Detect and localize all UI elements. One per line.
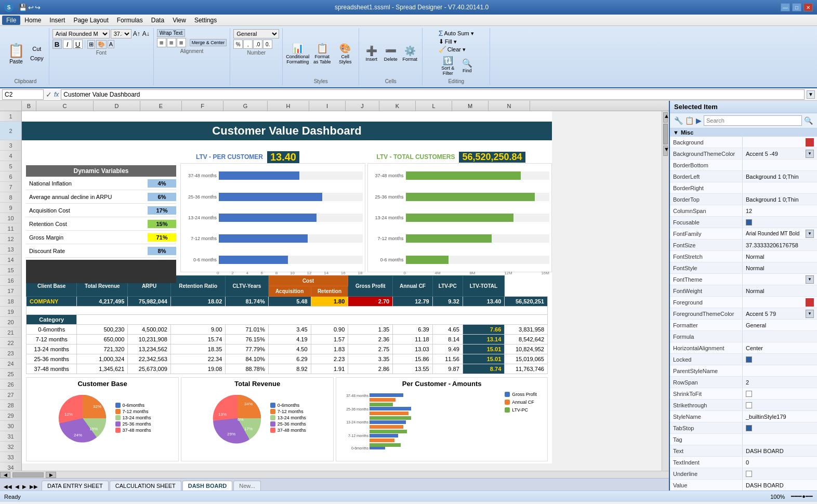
menu-page-layout[interactable]: Page Layout	[69, 16, 112, 25]
border-btn[interactable]: ⊞	[87, 40, 95, 49]
prop-icon-3[interactable]: ▶	[696, 116, 702, 125]
fill-label[interactable]: Fill ▾	[445, 38, 457, 45]
bold-btn[interactable]: B	[52, 39, 62, 49]
select-all-btn[interactable]	[0, 101, 22, 111]
menu-settings[interactable]: Settings	[190, 16, 221, 25]
row-27[interactable]: 27	[0, 390, 21, 400]
row-34[interactable]: 34	[0, 462, 21, 471]
wrap-text-btn[interactable]: Wrap Text	[157, 29, 186, 37]
tab-nav-prev[interactable]: ◀	[14, 483, 21, 490]
prop-column-span[interactable]: ColumnSpan 12	[670, 205, 817, 217]
prop-h-align[interactable]: HorizontalAlignment Center	[670, 342, 817, 354]
col-c[interactable]: C	[36, 101, 94, 111]
shrink-checkbox[interactable]	[746, 391, 752, 397]
focusable-checkbox[interactable]	[746, 219, 752, 226]
prop-border-top[interactable]: BorderTop Background 1 0;Thin	[670, 194, 817, 205]
row-15[interactable]: 15	[0, 265, 21, 275]
search-icon[interactable]: 🔍	[804, 116, 813, 125]
row-5[interactable]: 5	[0, 161, 21, 171]
align-left-btn[interactable]: ≡	[157, 38, 166, 47]
row-14[interactable]: 14	[0, 255, 21, 265]
comma-btn[interactable]: ,	[243, 39, 253, 49]
delete-btn[interactable]: ➖ Delete	[381, 44, 400, 63]
insert-btn[interactable]: ➕ Insert	[362, 44, 380, 63]
formula-expand-btn[interactable]: ✓	[46, 90, 52, 99]
menu-formulas[interactable]: Formulas	[113, 16, 147, 25]
horizontal-scrollbar[interactable]: ◀ ▶	[0, 471, 669, 478]
cell-reference-box[interactable]	[2, 89, 44, 100]
menu-home[interactable]: Home	[20, 16, 45, 25]
col-f[interactable]: F	[182, 101, 223, 111]
prop-border-right[interactable]: BorderRight	[670, 182, 817, 194]
table-row-37-48[interactable]: 37-48 months 1,345,621 25,673,009 19.08 …	[27, 364, 548, 374]
prop-icon-2[interactable]: 📋	[685, 116, 694, 125]
col-l[interactable]: L	[416, 101, 452, 111]
font-name-select[interactable]: Arial Rounded M	[52, 29, 110, 38]
col-m[interactable]: M	[452, 101, 489, 111]
prop-row-span[interactable]: RowSpan 2	[670, 377, 817, 388]
section-collapse-icon[interactable]: ▼	[673, 129, 679, 136]
align-right-btn[interactable]: ≡	[177, 38, 186, 47]
menu-insert[interactable]: Insert	[45, 16, 69, 25]
row-10[interactable]: 10	[0, 213, 21, 223]
strikethrough-checkbox[interactable]	[746, 402, 752, 408]
italic-btn[interactable]: I	[63, 39, 72, 49]
table-row-0-6[interactable]: 0-6months 500,230 4,500,002 9.00 71.01% …	[27, 325, 548, 335]
menu-file[interactable]: File	[2, 16, 20, 25]
prop-parent-style[interactable]: ParentStyleName	[670, 365, 817, 377]
prop-border-bottom[interactable]: BorderBottom	[670, 160, 817, 171]
var-row-5[interactable]: Gross Margin 71%	[26, 231, 176, 244]
row-28[interactable]: 28	[0, 400, 21, 410]
fill-color-btn[interactable]: 🎨	[96, 40, 107, 49]
prop-font-size[interactable]: FontSize 37.33333206176758	[670, 240, 817, 251]
row-26[interactable]: 26	[0, 379, 21, 390]
row-24[interactable]: 24	[0, 359, 21, 369]
row-18[interactable]: 18	[0, 296, 21, 307]
sort-filter-btn[interactable]: 🔃 Sort &Filter	[438, 54, 458, 77]
col-k[interactable]: K	[379, 101, 416, 111]
prop-background[interactable]: Background	[670, 137, 817, 148]
bg-theme-dropdown[interactable]: ▼	[806, 150, 814, 158]
scroll-down-btn[interactable]: ▼	[663, 145, 668, 156]
prop-shrink[interactable]: ShrinkToFit	[670, 388, 817, 400]
font-theme-dropdown[interactable]: ▼	[806, 275, 814, 284]
row-32[interactable]: 32	[0, 442, 21, 452]
scroll-right-btn[interactable]: ▶	[46, 472, 56, 478]
prop-text-indent[interactable]: TextIndent 0	[670, 457, 817, 468]
format-as-table-btn[interactable]: 📋 Formatas Table	[310, 41, 334, 66]
tabstop-checkbox[interactable]	[746, 425, 752, 431]
font-size-select[interactable]: 37.3	[111, 29, 131, 38]
row-30[interactable]: 30	[0, 421, 21, 431]
cell-styles-btn[interactable]: 🎨 CellStyles	[335, 41, 355, 66]
format-btn[interactable]: ⚙️ Format	[401, 44, 419, 63]
row-1[interactable]: 1	[0, 111, 21, 122]
row-19[interactable]: 19	[0, 307, 21, 317]
col-e[interactable]: E	[140, 101, 182, 111]
prop-border-left[interactable]: BorderLeft Background 1 0;Thin	[670, 171, 817, 182]
font-family-dropdown[interactable]: ▼	[806, 230, 814, 238]
number-format-select[interactable]: General	[233, 29, 279, 38]
tab-dashboard[interactable]: DASH BOARD	[182, 481, 233, 490]
locked-checkbox[interactable]	[746, 356, 752, 363]
tab-nav-next[interactable]: ▶	[21, 483, 28, 490]
row-13[interactable]: 13	[0, 244, 21, 255]
prop-foreground[interactable]: Foreground	[670, 297, 817, 308]
property-search-input[interactable]	[704, 115, 802, 126]
var-row-6[interactable]: Discount Rate 8%	[26, 244, 176, 258]
col-i[interactable]: I	[309, 101, 346, 111]
prop-tag[interactable]: Tag	[670, 434, 817, 445]
tab-nav-right[interactable]: ▶▶	[28, 483, 39, 490]
prop-strikethrough[interactable]: Strikethrough	[670, 400, 817, 411]
table-row-25-36[interactable]: 25-36 months 1,000,324 22,342,563 22.34 …	[27, 354, 548, 364]
merge-btn[interactable]: Merge & Center	[190, 39, 227, 46]
row-23[interactable]: 23	[0, 348, 21, 359]
var-row-4[interactable]: Retention Cost 15%	[26, 217, 176, 231]
font-color-btn[interactable]: A	[108, 40, 114, 48]
prop-focusable[interactable]: Focusable	[670, 217, 817, 228]
conditional-format-btn[interactable]: 📊 ConditionalFormatting	[286, 41, 309, 66]
formula-input[interactable]	[61, 89, 805, 100]
prop-value[interactable]: Value DASH BOARD	[670, 480, 817, 490]
table-row-7-12[interactable]: 7-12 months 650,000 10,231,908 15.74 76.…	[27, 335, 548, 344]
row-33[interactable]: 33	[0, 452, 21, 462]
decrease-font-btn[interactable]: A↓	[142, 30, 150, 38]
